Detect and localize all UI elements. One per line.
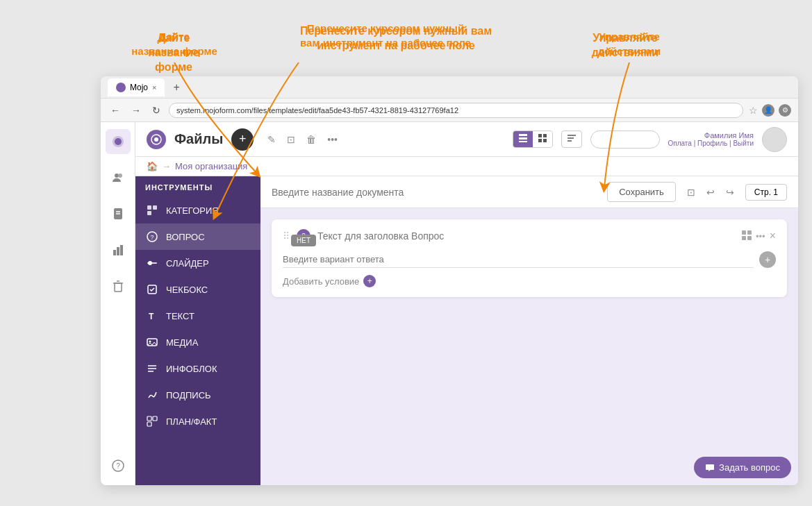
form-editor: Сохранить ⊡ ↩ ↪ Стр. 1 ⠿ bbox=[260, 176, 798, 485]
edit-tool-btn[interactable]: ✎ bbox=[265, 131, 279, 148]
tool-planfact[interactable]: ПЛАН/ФАКТ bbox=[135, 408, 260, 435]
redo-btn[interactable]: ↪ bbox=[723, 185, 737, 199]
tool-planfact-icon bbox=[145, 414, 159, 428]
copy-editor-btn[interactable]: ⊡ bbox=[684, 185, 698, 199]
tool-checkbox[interactable]: ЧЕКБОКС bbox=[135, 276, 260, 303]
delete-tool-btn[interactable]: 🗑 bbox=[304, 131, 319, 148]
browser-window: Mojo × + ← → ↻ system.mojoform.com/files… bbox=[101, 76, 798, 485]
nav-forward-btn[interactable]: → bbox=[129, 103, 144, 117]
svg-point-32 bbox=[148, 261, 152, 265]
tool-category[interactable]: КАТЕГОРИЯ bbox=[135, 197, 260, 224]
add-condition-btn[interactable]: + bbox=[363, 275, 376, 287]
svg-point-1 bbox=[115, 138, 122, 145]
sidebar-item-logo[interactable] bbox=[106, 129, 131, 154]
tab-title: Mojo bbox=[130, 83, 148, 92]
app-container: ? Файлы + ✎ ⊡ 🗑 ••• bbox=[101, 122, 798, 485]
tool-infoblock-icon bbox=[145, 362, 159, 376]
svg-rect-44 bbox=[747, 230, 752, 235]
svg-rect-45 bbox=[742, 236, 746, 240]
more-tool-btn[interactable]: ••• bbox=[324, 131, 340, 148]
question-title-input[interactable] bbox=[317, 230, 735, 242]
new-tab-btn[interactable]: + bbox=[170, 81, 182, 94]
tool-infoblock[interactable]: ИНФОБЛОК bbox=[135, 355, 260, 382]
tool-text[interactable]: T ТЕКСТ bbox=[135, 303, 260, 329]
sidebar-item-help[interactable]: ? bbox=[106, 453, 131, 478]
header-tools: ✎ ⊡ 🗑 ••• bbox=[265, 131, 340, 148]
search-input[interactable] bbox=[590, 130, 660, 149]
user-name[interactable]: Фамилия Имя bbox=[668, 131, 754, 140]
nav-back-btn[interactable]: ← bbox=[108, 103, 123, 117]
svg-rect-17 bbox=[519, 137, 527, 140]
copy-tool-btn[interactable]: ⊡ bbox=[284, 131, 298, 148]
breadcrumb-org[interactable]: Моя организация bbox=[175, 161, 247, 171]
tool-category-icon bbox=[145, 203, 159, 217]
svg-rect-19 bbox=[538, 134, 542, 137]
tool-signature[interactable]: ПОДПИСЬ bbox=[135, 382, 260, 408]
breadcrumb-home-icon[interactable]: 🏠 bbox=[147, 161, 158, 171]
nav-refresh-btn[interactable]: ↻ bbox=[149, 103, 163, 117]
browser-titlebar: Mojo × + bbox=[101, 76, 798, 99]
svg-point-3 bbox=[118, 174, 122, 178]
svg-rect-7 bbox=[113, 250, 116, 255]
svg-rect-10 bbox=[115, 283, 122, 292]
app-header: Файлы + ✎ ⊡ 🗑 ••• bbox=[135, 122, 798, 157]
ask-question-btn[interactable]: Задать вопрос bbox=[694, 457, 791, 478]
sidebar-item-chart[interactable] bbox=[106, 237, 131, 262]
svg-point-15 bbox=[154, 137, 158, 142]
tool-question-label: ВОПРОС bbox=[166, 232, 205, 242]
drag-handle[interactable]: ⠿ bbox=[283, 230, 290, 242]
svg-rect-46 bbox=[747, 236, 752, 240]
main-area: Файлы + ✎ ⊡ 🗑 ••• bbox=[135, 122, 798, 485]
add-answer-btn[interactable]: + bbox=[759, 251, 776, 268]
answer-input[interactable] bbox=[283, 251, 754, 268]
tool-media-icon bbox=[145, 335, 159, 349]
editor-tools: ⊡ ↩ ↪ bbox=[684, 185, 737, 199]
nav-star-btn[interactable]: ☆ bbox=[749, 105, 758, 116]
breadcrumb: 🏠 → Моя организация bbox=[135, 157, 798, 176]
browser-tab[interactable]: Mojo × bbox=[108, 78, 165, 96]
add-button[interactable]: + bbox=[231, 128, 254, 151]
card-close-btn[interactable]: × bbox=[770, 230, 776, 242]
url-bar[interactable]: system.mojoform.com/files/templates/edit… bbox=[169, 103, 743, 118]
tool-question[interactable]: ? ВОПРОС bbox=[135, 224, 260, 250]
sidebar-item-docs[interactable] bbox=[106, 201, 131, 226]
tool-infoblock-label: ИНФОБЛОК bbox=[166, 364, 217, 374]
tool-category-label: КАТЕГОРИЯ bbox=[166, 205, 219, 216]
view-list-btn[interactable] bbox=[513, 131, 533, 147]
app-logo bbox=[147, 130, 166, 149]
tool-media[interactable]: МЕДИА bbox=[135, 329, 260, 355]
undo-btn[interactable]: ↩ bbox=[704, 185, 718, 199]
form-content: ⠿ ? ••• × bbox=[260, 208, 798, 485]
tool-media-label: МЕДИА bbox=[166, 337, 198, 348]
sort-btn[interactable] bbox=[561, 130, 582, 148]
ask-btn-label: Задать вопрос bbox=[719, 462, 780, 473]
sidebar-item-users[interactable] bbox=[106, 165, 131, 190]
sidebar-icons: ? bbox=[101, 122, 135, 485]
form-title-input[interactable] bbox=[272, 187, 599, 198]
sidebar-item-trash[interactable] bbox=[106, 273, 131, 298]
save-btn[interactable]: Сохранить bbox=[607, 182, 676, 202]
svg-rect-40 bbox=[147, 416, 151, 421]
page-btn[interactable]: Стр. 1 bbox=[745, 184, 787, 201]
svg-text:?: ? bbox=[116, 462, 120, 470]
view-grid-btn[interactable] bbox=[533, 131, 552, 147]
question-card: ⠿ ? ••• × bbox=[272, 219, 787, 297]
annotation-3-text: Управляйтедействиями bbox=[574, 29, 685, 58]
tool-slider[interactable]: СЛАЙДЕР bbox=[135, 250, 260, 276]
svg-rect-8 bbox=[117, 247, 119, 255]
tab-close-btn[interactable]: × bbox=[152, 83, 156, 92]
tool-text-icon: T bbox=[145, 309, 159, 323]
svg-rect-21 bbox=[538, 139, 542, 142]
svg-text:?: ? bbox=[150, 234, 154, 241]
tool-text-label: ТЕКСТ bbox=[166, 311, 194, 321]
add-condition-label: Добавить условие bbox=[283, 276, 359, 287]
tool-question-icon: ? bbox=[145, 230, 159, 244]
tools-header: ИНСТРУМЕНТЫ bbox=[135, 176, 260, 197]
card-grid-btn[interactable] bbox=[742, 230, 752, 242]
user-avatar[interactable] bbox=[762, 127, 787, 152]
svg-rect-22 bbox=[543, 139, 547, 142]
nav-user-btn[interactable]: 👤 bbox=[762, 104, 774, 117]
tools-sidebar: ИНСТРУМЕНТЫ КАТЕГОРИЯ ? ВОПРОС bbox=[135, 176, 260, 485]
nav-settings-btn[interactable]: ⚙ bbox=[779, 104, 791, 117]
card-more-btn[interactable]: ••• bbox=[756, 231, 765, 242]
